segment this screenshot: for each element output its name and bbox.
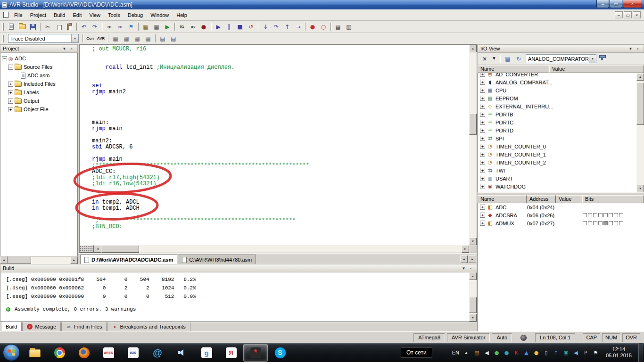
tree-expander[interactable]: + [480,73,485,77]
bit-checkbox[interactable] [614,221,618,225]
flash-view-button[interactable]: ▦ [110,33,121,43]
tray-maps-icon[interactable]: ● [533,350,540,355]
code-area[interactable]: ; out MCUCR, r16 rcall lcd_init ;Инициал… [80,45,469,245]
panel-close-button[interactable]: × [68,45,75,52]
io-item-timer-counter-2[interactable]: +◔TIMER_COUNTER_2 [478,158,636,166]
tree-expander[interactable]: + [480,184,485,189]
copy-button[interactable] [53,22,64,32]
save-file-button[interactable] [28,22,38,32]
taskbar-app-skype[interactable]: S [268,344,292,362]
scroll-up-button[interactable]: ▲ [636,73,644,81]
io-item-usart[interactable]: +▥USART [478,174,636,182]
output-tab-message[interactable]: iMessage [22,322,61,331]
bit-checkbox[interactable] [614,213,618,217]
bit-checkbox[interactable] [598,213,603,217]
scroll-right-button[interactable]: ► [70,256,78,264]
project-horizontal-scrollbar[interactable]: ◄ ► [0,256,78,264]
bit-checkbox[interactable] [619,221,623,225]
tree-expander[interactable]: + [480,144,485,149]
tray-upload-icon[interactable]: ↑ [553,350,560,355]
bit-checkbox[interactable] [619,213,623,217]
build-button[interactable]: ▦ [151,22,162,32]
io-item-portb[interactable]: +≈PORTB [478,110,636,118]
clear-breakpoints-button[interactable]: ○ [318,22,329,32]
menu-item-view[interactable]: View [85,10,104,20]
scroll-down-button[interactable]: ▼ [636,185,644,192]
panel-close-button[interactable]: × [634,45,641,52]
bit-checkbox[interactable] [603,213,608,217]
split-grip[interactable] [80,245,94,253]
watch-window-button[interactable]: ▤ [333,22,343,32]
menu-item-file[interactable]: File [10,10,26,20]
io-item-twi[interactable]: +⇆TWI [478,166,636,174]
tray-messenger-icon[interactable]: ● [503,350,510,355]
taskbar-app-yandex[interactable]: Я [219,344,243,362]
taskbar-app-mail[interactable]: @ [145,344,170,362]
register-row-adc[interactable]: +◧ADC0x04 (0x24) [478,203,644,211]
restore-button[interactable]: ▭ [610,0,622,8]
register-row-adcsra[interactable]: +◆ADCSRA0x06 (0x26) [478,211,644,219]
tree-expander[interactable]: + [480,128,485,133]
menu-item-edit[interactable]: Edit [69,10,85,20]
redo-button[interactable]: ↷ [90,22,100,32]
trace-mode-select[interactable]: Trace Disabled ▼ [8,34,79,43]
menu-item-project[interactable]: Project [26,10,50,20]
tray-updater-icon[interactable]: ▲ [523,350,530,355]
bit-checkbox[interactable] [593,221,597,225]
io-peripheral-select[interactable]: ANALOG_COMPARATOR ▼ [526,54,596,63]
io-item-analog-comparat[interactable]: +◖ANALOG_COMPARAT... [478,78,636,86]
tree-expander[interactable]: + [8,99,13,104]
mdi-close-button[interactable]: × [633,11,641,18]
tree-expander[interactable]: + [8,107,13,112]
io-dropdown-button[interactable]: ▼ [491,54,497,64]
tray-status-green-icon[interactable]: ● [493,350,500,355]
project-node-object-file[interactable]: +Object File [0,105,77,114]
scrollbar-thumb[interactable] [101,245,139,253]
io-item-timer-counter-1[interactable]: +◔TIMER_COUNTER_1 [478,150,636,158]
tree-expander[interactable]: + [8,90,13,95]
taskbar-app-volume-app[interactable] [170,344,194,362]
project-node-adc[interactable]: −◎ADC [0,54,77,63]
tray-lang-icon[interactable]: Р [582,350,589,355]
tree-expander[interactable]: + [480,136,485,141]
column-value[interactable]: Value [549,65,644,73]
alpha-tau-button[interactable]: ατ [188,22,198,32]
scroll-down-button[interactable]: ▼ [469,238,477,245]
tree-expander[interactable]: − [2,56,7,61]
project-node-adc-asm[interactable]: ADC.asm [0,71,77,80]
taskbar-app-google[interactable]: g [194,344,219,362]
show-desktop-button[interactable] [638,343,643,362]
bit-checkbox[interactable] [603,221,608,225]
tree-expander[interactable]: + [480,88,485,93]
tree-expander[interactable]: + [480,205,485,210]
open-file-button[interactable] [17,22,27,32]
scrollbar-thumb[interactable] [469,297,477,313]
bit-checkbox[interactable] [583,221,587,225]
tree-expander[interactable]: + [480,96,485,101]
tray-action-center-icon[interactable]: ⚑ [592,350,599,355]
io-delete-button[interactable]: × [479,54,490,64]
column-bits[interactable]: Bits [582,195,644,203]
scrollbar-thumb[interactable] [469,114,477,135]
io-item-cpu[interactable]: +▦CPU [478,86,636,94]
document-tab[interactable]: C:\AVR\WH3\hd44780.asm [178,255,256,264]
document-tab-active[interactable]: D:\Work\AVR\ADC\ADC\ADC.asm [80,255,177,264]
language-indicator[interactable]: EN [452,350,459,355]
tree-expander[interactable]: + [8,82,13,87]
scroll-up-button[interactable]: ▲ [469,45,477,52]
panel-menu-button[interactable]: ▼ [61,45,68,52]
column-address[interactable]: Address [527,195,556,203]
project-node-source-files[interactable]: −Source Files [0,63,77,71]
program-device-button[interactable]: AVR [96,33,106,43]
tree-expander[interactable]: + [480,176,485,181]
cut-button[interactable]: ✂ [42,22,53,32]
bit-checkbox[interactable] [609,221,613,225]
assemble-button[interactable]: ▦ [140,22,151,32]
output-tab-build[interactable]: Build [1,322,22,331]
mdi-restore-button[interactable]: ▭ [624,11,632,18]
output-tab-find-in-files[interactable]: ∞Find in Files [61,322,107,331]
connect-button[interactable]: Con [85,33,95,43]
bit-checkbox[interactable] [598,221,603,225]
toggle-breakpoint-button[interactable]: ● [307,22,318,32]
bookmark-button[interactable]: ⚑ [126,22,136,32]
